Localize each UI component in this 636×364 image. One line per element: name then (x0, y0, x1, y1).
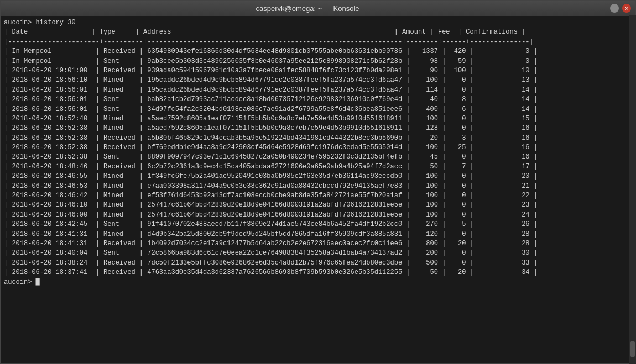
scrollbar-thumb[interactable] (630, 341, 635, 357)
close-button[interactable]: ✕ (622, 4, 631, 13)
scrollbar[interactable] (629, 15, 636, 364)
window-controls: — ✕ (610, 4, 631, 13)
minimize-button[interactable]: — (610, 4, 619, 13)
window-title: caspervk@omega: ~ — Konsole (256, 4, 359, 13)
terminal-output[interactable]: aucoin> history 30 | Date | Type | Addre… (1, 16, 635, 363)
terminal-window: caspervk@omega: ~ — Konsole — ✕ aucoin> … (0, 0, 636, 364)
title-bar: caspervk@omega: ~ — Konsole — ✕ (1, 1, 635, 16)
